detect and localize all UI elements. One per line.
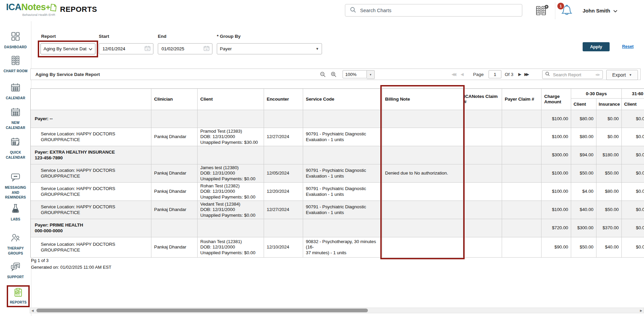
scrollbar-thumb[interactable] — [36, 309, 368, 312]
start-date-label: Start — [99, 34, 109, 39]
sidebar-item-reports-active[interactable]: REPORTS — [7, 285, 30, 307]
zoom-level-caret-icon[interactable]: ▼ — [367, 70, 375, 79]
sidebar-item-dashboard[interactable]: DASHBOARD — [0, 31, 31, 50]
report-select[interactable]: Aging By Service Date Report — [40, 43, 95, 54]
cell-empty — [382, 110, 463, 128]
zoom-level-combo[interactable]: 100% ▼ — [343, 70, 375, 79]
end-date-field[interactable] — [161, 46, 199, 52]
calendar-picker-icon[interactable]: 30 — [204, 46, 209, 52]
cell-31-60-client: $0.00 — [622, 128, 644, 146]
cell-service-code: 90791 - Psychiatric DiagnosticEvaluation… — [303, 201, 382, 219]
cell-clinician: Pankaj Dhandar — [151, 164, 198, 183]
search-prev-next-icons[interactable]: ◀▶ — [595, 73, 603, 76]
sidebar-item-support[interactable]: SUPPORT — [0, 262, 31, 280]
first-page-icon[interactable]: ◀◀ — [451, 72, 456, 77]
export-caret-icon: ▼ — [629, 73, 632, 77]
scroll-right-icon[interactable]: ▶ — [640, 309, 642, 312]
cell-icanotes-claim — [463, 164, 502, 183]
sidebar-item-messaging[interactable]: MESSAGING AND REMINDERS — [0, 172, 31, 200]
user-menu[interactable]: John Smith — [583, 0, 617, 21]
cell-charge-amount: $100.00 — [541, 183, 571, 201]
quick-calendar-icon — [10, 136, 21, 149]
cell-charge-amount: $90.00 — [541, 237, 571, 258]
col-header-icanotes-claim: ICANotes Claim # — [463, 89, 502, 110]
cell-service-location: Service Location: HAPPY DOCTORSGROUPPRAC… — [31, 128, 151, 146]
last-page-icon[interactable]: ▶▶ — [524, 72, 529, 77]
col-header-0-30-client: Client — [571, 99, 596, 110]
cell-0-30-client: $80.00 — [571, 128, 596, 146]
horizontal-scrollbar[interactable]: ◀ ▶ — [30, 308, 644, 313]
start-date-input[interactable]: 30 — [99, 43, 153, 54]
cell-31-60-client: $0.00 — [622, 164, 644, 183]
apply-button[interactable]: Apply — [583, 42, 610, 51]
cell-empty — [463, 146, 502, 164]
chevron-down-icon — [613, 8, 617, 14]
chart-cabinet-add-icon[interactable] — [535, 4, 549, 17]
cell-encounter: 12/27/2024 — [264, 201, 303, 219]
logo-wordmark: ICANotes+ — [6, 2, 63, 13]
zoom-out-icon[interactable] — [320, 72, 326, 79]
sidebar-item-chart-room[interactable]: CHART ROOM — [0, 55, 31, 74]
cell-31-60-client: $0.00 — [622, 237, 644, 258]
cell-empty — [264, 146, 303, 164]
col-header-31-60-days: 31-60 Days Client — [622, 89, 644, 110]
cell-billing-note — [382, 237, 463, 258]
cell-empty — [463, 110, 502, 128]
sidebar-item-labs[interactable]: LABS — [0, 203, 31, 222]
cell-0-30-client: $50.00 — [571, 164, 596, 183]
search-report-input[interactable] — [552, 72, 587, 78]
report-viewer-toolbar: Aging By Service Date Report 100% ▼ ◀◀ ◀… — [30, 69, 641, 80]
cell-billing-note — [382, 128, 463, 146]
search-icon — [545, 72, 550, 78]
cell-billing-note — [382, 183, 463, 201]
export-button[interactable]: Export ▼ — [606, 70, 638, 80]
sidebar-item-quick-calendar[interactable]: QUICK CALENDAR — [0, 136, 31, 160]
sidebar-item-calendar[interactable]: CALENDAR — [0, 82, 31, 101]
previous-page-icon[interactable]: ◀ — [461, 72, 464, 77]
table-header-row: Clinician Client Encounter Service Code … — [31, 89, 644, 110]
cell-encounter: 12/10/2024 — [264, 237, 303, 258]
search-icon — [350, 7, 356, 14]
search-charts-box[interactable] — [345, 4, 522, 17]
cell-payer-claim — [502, 128, 541, 146]
reset-link[interactable]: Reset — [622, 44, 634, 49]
page-number-input[interactable] — [489, 70, 501, 78]
end-date-input[interactable]: 30 — [158, 43, 212, 54]
cell-charge-amount: $100.00 — [541, 110, 571, 128]
calendar-picker-icon[interactable]: 30 — [145, 46, 150, 52]
cell-31-60-client: $0.00 — [622, 146, 644, 164]
col-header-clinician: Clinician — [151, 89, 198, 110]
cell-encounter: 12/27/2024 — [264, 128, 303, 146]
document-icon — [50, 3, 57, 13]
cell-client: James test (12380)DOB: 12/31/2000Unappli… — [198, 164, 264, 183]
cell-icanotes-claim — [463, 201, 502, 219]
icanotes-logo[interactable]: ICANotes+ Behavioral Health EHR — [6, 2, 63, 17]
cell-charge-amount: $720.00 — [541, 219, 571, 237]
cell-payer-group: Payer: EXTRA HEALTHY INSURANCE123-456-78… — [31, 146, 151, 164]
cell-0-30-client: $40.00 — [571, 201, 596, 219]
table-group-row: Payer: PRIME HEALTH000-000-0000$720.00$3… — [31, 219, 644, 237]
notification-badge: 1 — [557, 2, 564, 10]
page-label: Page — [473, 72, 484, 77]
cell-payer-group: Payer: PRIME HEALTH000-000-0000 — [31, 219, 151, 237]
cell-0-30-insurance: $0.00 — [596, 110, 622, 128]
next-page-icon[interactable]: ▶ — [518, 72, 521, 77]
start-date-field[interactable] — [102, 46, 140, 52]
search-charts-input[interactable] — [359, 7, 509, 14]
cell-0-30-client: $50.00 — [571, 237, 596, 258]
sidebar-item-therapy-groups[interactable]: THERAPY GROUPS — [0, 232, 31, 256]
col-header-31-60-client: Client — [622, 99, 644, 110]
notifications-bell-icon[interactable]: 1 — [560, 4, 574, 18]
zoom-in-icon[interactable] — [331, 72, 336, 79]
zoom-level-value[interactable]: 100% — [343, 70, 367, 78]
search-report-box[interactable]: ◀▶ — [542, 70, 603, 79]
cell-service-code: 90832 - Psychotherapy, 30 minutes (16-37… — [303, 237, 382, 258]
cell-client: Roshan Test (12381)DOB: 12/31/2000Unappl… — [198, 237, 264, 258]
scroll-left-icon[interactable]: ◀ — [31, 309, 34, 312]
group-by-select[interactable]: Payer ▼ — [217, 43, 322, 54]
cell-payer-claim — [502, 201, 541, 219]
cell-0-30-client: $4.00 — [571, 183, 596, 201]
chart-room-cabinet-icon — [10, 55, 21, 68]
sidebar-item-new-calendar[interactable]: NEW CALENDAR — [0, 107, 31, 130]
cell-empty — [151, 146, 198, 164]
